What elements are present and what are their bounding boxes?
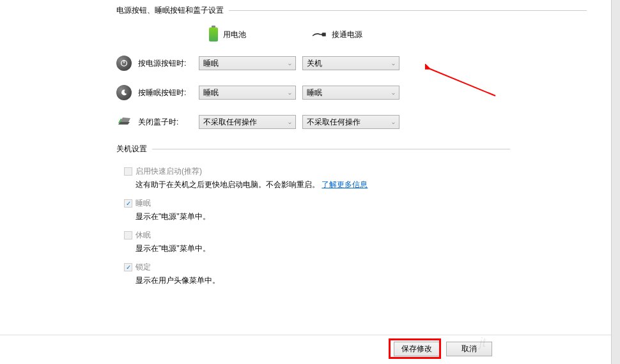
lid-close-plugged-dropdown[interactable]: 不采取任何操作 ⌵ (302, 115, 399, 129)
row-lid-close: 关闭盖子时: 不采取任何操作 ⌵ 不采取任何操作 ⌵ (116, 114, 620, 130)
hibernate-label: 休眠 (136, 230, 151, 241)
power-button-battery-dropdown[interactable]: 睡眠 ⌵ (199, 56, 296, 70)
chevron-down-icon: ⌵ (288, 90, 291, 96)
dropdown-value: 睡眠 (307, 87, 322, 98)
section-title-power: 电源按钮、睡眠按钮和盖子设置 (116, 5, 224, 16)
chevron-down-icon: ⌵ (392, 61, 395, 66)
column-battery: 用电池 (209, 27, 311, 42)
sleep-button-battery-dropdown[interactable]: 睡眠 ⌵ (199, 86, 296, 100)
sleep-checkbox: ✓ (124, 199, 132, 208)
lid-close-icon (116, 114, 132, 130)
fast-startup-desc: 这有助于在关机之后更快地启动电脑。不会影响重启。 了解更多信息 (136, 179, 620, 190)
dropdown-value: 不采取任何操作 (307, 117, 360, 128)
lock-label: 锁定 (136, 262, 151, 273)
column-battery-label: 用电池 (223, 29, 246, 40)
lock-checkbox: ✓ (124, 263, 132, 271)
power-button-plugged-dropdown[interactable]: 关机 ⌵ (302, 56, 399, 70)
hibernate-checkbox (124, 231, 132, 239)
row-sleep-button: 按睡眠按钮时: 睡眠 ⌵ 睡眠 ⌵ (116, 85, 620, 100)
dropdown-value: 睡眠 (203, 87, 219, 98)
sleep-button-icon (116, 85, 132, 100)
chevron-down-icon: ⌵ (392, 119, 395, 125)
column-plugged-label: 接通电源 (332, 29, 362, 40)
lock-desc: 显示在用户头像菜单中。 (136, 275, 620, 286)
dropdown-value: 睡眠 (203, 58, 219, 69)
sleep-button-label: 按睡眠按钮时: (138, 87, 199, 98)
sleep-button-plugged-dropdown[interactable]: 睡眠 ⌵ (302, 86, 399, 100)
learn-more-link[interactable]: 了解更多信息 (322, 180, 368, 189)
shutdown-section-header: 关机设置 (116, 144, 620, 155)
checkbox-item-sleep: ✓ 睡眠 显示在"电源"菜单中。 (124, 198, 620, 222)
chevron-down-icon: ⌵ (392, 90, 395, 96)
hibernate-desc: 显示在"电源"菜单中。 (136, 243, 620, 254)
checkbox-item-lock: ✓ 锁定 显示在用户头像菜单中。 (124, 262, 620, 286)
section-title-shutdown: 关机设置 (116, 144, 147, 155)
footer-bar: 保存修改 取消 (0, 335, 620, 356)
plug-icon (311, 30, 327, 39)
battery-icon (209, 27, 218, 42)
right-edge-strip (611, 0, 620, 364)
chevron-down-icon: ⌵ (288, 119, 291, 125)
lid-close-battery-dropdown[interactable]: 不采取任何操作 ⌵ (199, 115, 296, 129)
column-headers: 用电池 接通电源 (209, 27, 620, 42)
column-plugged: 接通电源 (311, 27, 414, 42)
sleep-label: 睡眠 (136, 198, 151, 209)
sleep-desc: 显示在"电源"菜单中。 (136, 211, 620, 222)
power-button-icon (116, 56, 132, 71)
fast-startup-checkbox (124, 167, 132, 176)
checkbox-item-fast-startup: 启用快速启动(推荐) 这有助于在关机之后更快地启动电脑。不会影响重启。 了解更多… (124, 166, 620, 190)
save-button[interactable]: 保存修改 (394, 342, 440, 356)
dropdown-value: 关机 (307, 58, 322, 69)
section-divider (152, 149, 510, 149)
svg-point-0 (322, 33, 325, 36)
fast-startup-label: 启用快速启动(推荐) (136, 166, 202, 177)
watermark: jt (479, 335, 486, 350)
checkbox-item-hibernate: 休眠 显示在"电源"菜单中。 (124, 230, 620, 254)
power-button-label: 按电源按钮时: (138, 58, 199, 69)
section-divider (229, 10, 587, 11)
row-power-button: 按电源按钮时: 睡眠 ⌵ 关机 ⌵ (116, 56, 620, 71)
chevron-down-icon: ⌵ (288, 61, 291, 66)
lid-close-label: 关闭盖子时: (138, 117, 199, 128)
dropdown-value: 不采取任何操作 (203, 117, 257, 128)
power-buttons-section-header: 电源按钮、睡眠按钮和盖子设置 (116, 5, 620, 16)
